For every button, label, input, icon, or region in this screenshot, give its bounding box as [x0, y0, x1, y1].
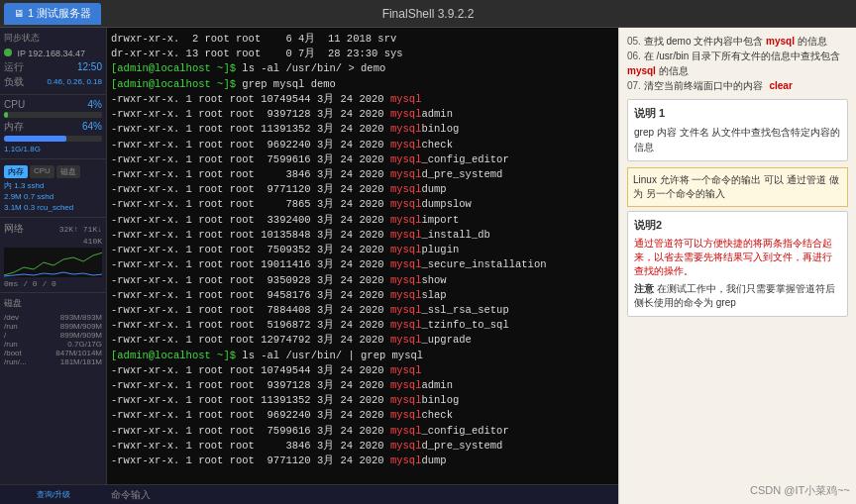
terminal-content[interactable]: drwxr-xr-x. 2 root root 6 4月 11 2018 srv…: [107, 28, 618, 504]
list-item-5: 05. 查找 demo 文件内容中包含 mysql 的信息: [627, 34, 848, 49]
network-section: 网络 32K↑ 71K↓ 410K 0ms / 0 / 0: [0, 218, 106, 293]
disk-row-4: /run0.7G/17G: [4, 340, 102, 349]
mem-detail: 1.1G/1.8G: [4, 144, 102, 154]
term-line-23: -rwxr-xr-x. 1 root root 10749544 3月 24 2…: [111, 363, 614, 378]
explain-title-1: 说明 1: [634, 106, 841, 121]
disk-row-5: /boot847M/1014M: [4, 349, 102, 357]
cpu-row: CPU 4%: [4, 99, 102, 110]
linux-note: Linux 允许将 一个命令的输出 可以 通过管道 做为 另一个命令的输入: [627, 167, 848, 207]
net-chart: [4, 248, 102, 277]
time-label: 运行: [4, 60, 24, 74]
app-title: FinalShell 3.9.2.2: [382, 7, 475, 21]
cpu-label: CPU: [4, 99, 25, 110]
mem-used: 1.1G: [4, 145, 21, 153]
cmd-input-label: 命令输入: [111, 488, 151, 502]
tab-cpu[interactable]: CPU: [30, 165, 54, 178]
tab-icon: 🖥: [14, 8, 24, 19]
net-header: 网络 32K↑ 71K↓: [4, 222, 102, 236]
term-line-3: [admin@localhost ~]$ ls -al /usr/bin/ > …: [111, 61, 614, 76]
term-line-21: -rwxr-xr-x. 1 root root 12974792 3月 24 2…: [111, 333, 614, 348]
term-line-19: -rwxr-xr-x. 1 root root 7884408 3月 24 20…: [111, 303, 614, 318]
load-label: 负载: [4, 75, 24, 89]
net-in: 32K: [59, 225, 73, 234]
term-line-13: -rwxr-xr-x. 1 root root 3392400 3月 24 20…: [111, 213, 614, 228]
title-bar: 🖥 1 测试服务器 FinalShell 3.9.2.2: [0, 0, 856, 28]
right-panel: 05. 查找 demo 文件内容中包含 mysql 的信息 06. 在 /usr…: [618, 28, 856, 504]
tab-mem[interactable]: 内存: [4, 165, 28, 178]
tab-disk[interactable]: 磁盘: [56, 165, 80, 178]
time-row: 运行 12:50: [4, 60, 102, 74]
explain-box-1: 说明 1 grep 内容 文件名 从文件中查找包含特定内容的信息: [627, 99, 848, 161]
process-tab-row: 内存 CPU 磁盘: [4, 165, 102, 178]
mem-bar: [4, 136, 102, 142]
time-val: 12:50: [77, 61, 102, 72]
load-val: 0.46, 0.26, 0.18: [47, 77, 102, 86]
term-line-17: -rwxr-xr-x. 1 root root 9350928 3月 24 20…: [111, 273, 614, 288]
mem-label: 内存: [4, 120, 24, 134]
ip-row: IP 192.168.34.47: [4, 48, 102, 60]
process-section: 内存 CPU 磁盘 内 1.3 sshd 2.9M 0.7 sshd 3.1M …: [0, 159, 106, 219]
cpu-section: CPU 4% 内存 64% 1.1G/1.8G: [0, 95, 106, 159]
srv-indicator: [4, 49, 12, 56]
sync-section: 同步状态 IP 192.168.34.47 运行 12:50 负载 0.46, …: [0, 28, 106, 95]
disk-title: 磁盘: [4, 297, 102, 310]
ip-val: IP 192.168.34.47: [18, 49, 85, 58]
upgrade-button[interactable]: 查询/升级: [37, 489, 70, 500]
term-line-6: -rwxr-xr-x. 1 root root 9397128 3月 24 20…: [111, 107, 614, 122]
disk-row-3: /899M/909M: [4, 331, 102, 340]
term-line-7: -rwxr-xr-x. 1 root root 11391352 3月 24 2…: [111, 122, 614, 137]
sidebar: 同步状态 IP 192.168.34.47 运行 12:50 负载 0.46, …: [0, 28, 107, 504]
term-line-15: -rwxr-xr-x. 1 root root 7509352 3月 24 20…: [111, 243, 614, 257]
cpu-bar-fill: [4, 112, 8, 118]
term-line-12: -rwxr-xr-x. 1 root root 7865 3月 24 2020 …: [111, 197, 614, 212]
explain-text-2: 通过管道符可以方便快捷的将两条指令结合起来，以省去需要先将结果写入到文件，再进行…: [634, 237, 841, 278]
term-line-18: -rwxr-xr-x. 1 root root 9458176 3月 24 20…: [111, 288, 614, 303]
terminal-area: drwxr-xr-x. 2 root root 6 4月 11 2018 srv…: [107, 28, 618, 504]
disk-row-1: /dev893M/893M: [4, 313, 102, 322]
cpu-val: 4%: [88, 99, 102, 110]
proc-row-1: 内 1.3 sshd: [4, 180, 102, 191]
term-line-8: -rwxr-xr-x. 1 root root 9692240 3月 24 20…: [111, 138, 614, 152]
net-speeds: 32K↑ 71K↓: [59, 225, 102, 234]
term-line-9: -rwxr-xr-x. 1 root root 7599616 3月 24 20…: [111, 152, 614, 167]
note-prefix: 注意: [634, 283, 654, 294]
list-item-7: 07. 清空当前终端面口中的内容 clear: [627, 78, 848, 93]
proc-row-3: 3.1M 0.3 rcu_sched: [4, 202, 102, 213]
term-line-22: [admin@localhost ~]$ ls -al /usr/bin/ | …: [111, 349, 614, 363]
term-line-24: -rwxr-xr-x. 1 root root 9397128 3月 24 20…: [111, 378, 614, 393]
linux-note-text: Linux 允许将 一个命令的输出 可以 通过管道 做为 另一个命令的输入: [633, 174, 839, 199]
proc-row-2: 2.9M 0.7 sshd: [4, 191, 102, 202]
net-label: 网络: [4, 222, 24, 236]
explain-note: 注意 在测试工作中，我们只需要掌握管道符后侧长使用的命令为 grep: [634, 282, 841, 310]
mem-total: 1.8G: [24, 145, 41, 153]
mem-val: 64%: [82, 121, 102, 132]
tab-label: 1 测试服务器: [28, 6, 91, 21]
clear-word: clear: [769, 80, 792, 91]
load-row: 负载 0.46, 0.26, 0.18: [4, 75, 102, 89]
net-ms: 0ms / 0 / 0: [4, 279, 102, 288]
net-kb1: 410K: [4, 237, 102, 246]
term-line-26: -rwxr-xr-x. 1 root root 9692240 3月 24 20…: [111, 408, 614, 423]
disk-row-2: /run899M/909M: [4, 322, 102, 331]
term-line-25: -rwxr-xr-x. 1 root root 11391352 3月 24 2…: [111, 393, 614, 408]
term-line-4: [admin@localhost ~]$ grep mysql demo: [111, 77, 614, 92]
term-line-5: -rwxr-xr-x. 1 root root 10749544 3月 24 2…: [111, 92, 614, 107]
term-line-1: drwxr-xr-x. 2 root root 6 4月 11 2018 srv: [111, 32, 614, 47]
term-line-28: -rwxr-xr-x. 1 root root 3846 3月 24 2020 …: [111, 439, 614, 454]
net-ms1: 0ms: [4, 279, 18, 288]
list-item-6: 06. 在 /usr/bin 目录下所有文件的信息中查找包含 mysql 的信息: [627, 49, 848, 78]
explain-text-1: grep 内容 文件名 从文件中查找包含特定内容的信息: [634, 125, 841, 154]
cpu-bar: [4, 112, 102, 118]
term-line-29: -rwxr-xr-x. 1 root root 9771120 3月 24 20…: [111, 454, 614, 468]
bottom-bar: 查询/升级: [0, 484, 107, 504]
mem-bar-fill: [4, 136, 66, 142]
explain-note-text: 在测试工作中，我们只需要掌握管道符后侧长使用的命令为 grep: [634, 283, 835, 308]
sync-title: 同步状态: [4, 32, 102, 45]
term-line-27: -rwxr-xr-x. 1 root root 7599616 3月 24 20…: [111, 424, 614, 439]
term-line-20: -rwxr-xr-x. 1 root root 5196872 3月 24 20…: [111, 318, 614, 333]
server-tab[interactable]: 🖥 1 测试服务器: [4, 3, 101, 25]
right-list: 05. 查找 demo 文件内容中包含 mysql 的信息 06. 在 /usr…: [627, 34, 848, 93]
disk-section: 磁盘 /dev893M/893M /run899M/909M /899M/909…: [0, 293, 106, 504]
disk-row-6: /run/...181M/181M: [4, 357, 102, 366]
cmd-input-bar: 命令输入: [107, 484, 618, 504]
